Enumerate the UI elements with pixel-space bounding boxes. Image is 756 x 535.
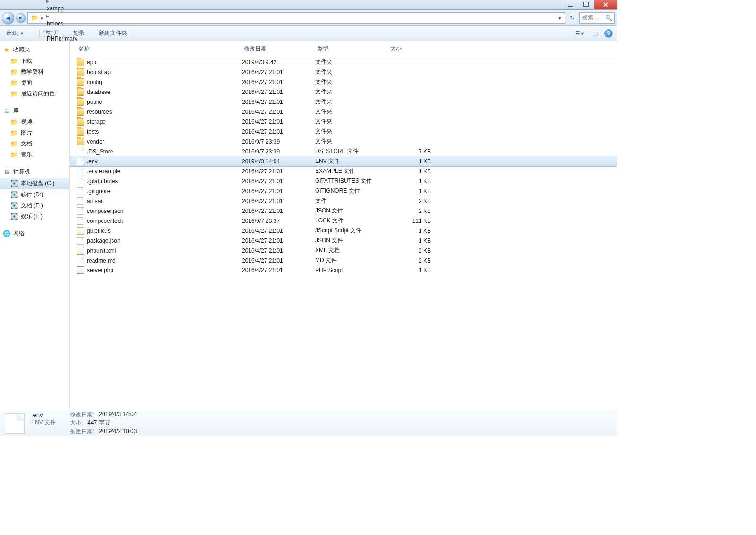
- sidebar-item-label: 下载: [21, 57, 32, 65]
- breadcrumb-separator: ▸: [46, 0, 50, 4]
- file-date: 2016/4/27 21:01: [242, 267, 315, 273]
- sidebar-item-label: 软件 (D:): [21, 191, 43, 199]
- file-row[interactable]: public2016/4/27 21:01文件夹: [70, 97, 617, 107]
- file-row[interactable]: database2016/4/27 21:01文件夹: [70, 87, 617, 97]
- sidebar-item[interactable]: 📁教学资料: [0, 67, 69, 77]
- file-date: 2016/4/27 21:01: [242, 119, 315, 125]
- sidebar-item[interactable]: 📁下载: [0, 56, 69, 67]
- nav-forward-button[interactable]: ►: [16, 13, 26, 23]
- file-row[interactable]: tests2016/4/27 21:01文件夹: [70, 127, 617, 136]
- col-type[interactable]: 类型: [315, 44, 388, 54]
- file-type: 文件夹: [315, 58, 388, 66]
- search-box[interactable]: 搜索 ... 🔍: [579, 12, 615, 24]
- file-row[interactable]: composer.lock2016/9/7 23:37LOCK 文件111 KB: [70, 216, 617, 226]
- file-type: 文件夹: [315, 127, 388, 136]
- navigation-pane: ★收藏夹 📁下载📁教学资料📁桌面📁最近访问的位 🗂库 📁视频📁图片📁文档📁音乐 …: [0, 41, 70, 410]
- file-date: 2019/4/3 9:42: [242, 59, 315, 66]
- column-headers[interactable]: 名称 修改日期 类型 大小: [70, 41, 617, 57]
- sidebar-item[interactable]: 📁图片: [0, 127, 69, 138]
- file-icon: [77, 207, 84, 215]
- sidebar-item-icon: 📁: [10, 58, 18, 65]
- file-row[interactable]: .env2019/4/3 14:04ENV 文件1 KB: [70, 156, 617, 166]
- file-row[interactable]: .DS_Store2016/9/7 23:39DS_STORE 文件7 KB: [70, 146, 617, 156]
- file-row[interactable]: bootstrap2016/4/27 21:01文件夹: [70, 67, 617, 77]
- window-minimize-button[interactable]: [562, 0, 578, 9]
- details-modified-label: 修改日期:: [70, 411, 96, 419]
- file-date: 2016/9/7 23:37: [242, 218, 315, 224]
- sidebar-item[interactable]: 📁视频: [0, 117, 69, 127]
- col-size[interactable]: 大小: [388, 44, 436, 54]
- network-header[interactable]: 🌐网络: [0, 228, 69, 239]
- file-size: 111 KB: [388, 218, 436, 224]
- file-icon: [77, 148, 84, 155]
- sidebar-item[interactable]: 💽娱乐 (F:): [0, 211, 69, 222]
- file-row[interactable]: config2016/4/27 21:01文件夹: [70, 77, 617, 87]
- sidebar-item[interactable]: 💽文档 (E:): [0, 200, 69, 211]
- window-close-button[interactable]: ✕: [594, 0, 617, 9]
- help-button[interactable]: ?: [604, 29, 613, 38]
- col-name[interactable]: 名称: [77, 44, 242, 54]
- file-icon: [77, 197, 84, 205]
- file-row[interactable]: gulpfile.js2016/4/27 21:01JScript Script…: [70, 226, 617, 236]
- file-size: 1 KB: [388, 158, 436, 165]
- sidebar-item-icon: 💽: [10, 202, 18, 210]
- file-row[interactable]: vendor2016/9/7 23:39文件夹: [70, 136, 617, 146]
- address-dropdown-icon[interactable]: ▾: [556, 15, 564, 21]
- file-row[interactable]: resources2016/4/27 21:01文件夹: [70, 107, 617, 117]
- sidebar-item[interactable]: 📁音乐: [0, 149, 69, 160]
- file-row[interactable]: readme.md2016/4/27 21:01MD 文件2 KB: [70, 255, 617, 265]
- window-titlebar: ✕: [0, 0, 617, 10]
- file-row[interactable]: .env.example2016/4/27 21:01EXAMPLE 文件1 K…: [70, 166, 617, 176]
- file-date: 2016/4/27 21:01: [242, 257, 315, 264]
- file-type: GITIGNORE 文件: [315, 187, 388, 195]
- favorites-header[interactable]: ★收藏夹: [0, 44, 69, 56]
- breadcrumb-segment[interactable]: htdocs: [46, 19, 81, 28]
- file-size: 2 KB: [388, 257, 436, 264]
- open-icon: 📄: [38, 30, 46, 37]
- file-row[interactable]: .gitattributes2016/4/27 21:01GITATTRIBUT…: [70, 176, 617, 186]
- file-icon: [77, 237, 84, 245]
- details-pane: .env ENV 文件 修改日期:2019/4/3 14:04 大小:447 字…: [0, 410, 617, 436]
- computer-header[interactable]: 🖥计算机: [0, 166, 69, 178]
- file-row[interactable]: storage2016/4/27 21:01文件夹: [70, 117, 617, 127]
- sidebar-item[interactable]: 💽软件 (D:): [0, 189, 69, 200]
- address-bar[interactable]: 📁 ▸ 计算机▸本地磁盘 (C:)▸xampp▸htdocs▸PHPprimar…: [27, 12, 565, 24]
- view-options-button[interactable]: ☰ ▼: [574, 28, 585, 39]
- sidebar-item[interactable]: 📁文档: [0, 138, 69, 149]
- computer-label: 计算机: [13, 168, 30, 176]
- sidebar-item[interactable]: 📁桌面: [0, 77, 69, 88]
- file-row[interactable]: .gitignore2016/4/27 21:01GITIGNORE 文件1 K…: [70, 186, 617, 196]
- sidebar-item[interactable]: 📁最近访问的位: [0, 88, 69, 99]
- file-date: 2016/4/27 21:01: [242, 128, 315, 135]
- file-type: LOCK 文件: [315, 217, 388, 225]
- file-name: .env: [87, 158, 98, 165]
- file-row[interactable]: phpunit.xml2016/4/27 21:01XML 文档2 KB: [70, 246, 617, 255]
- file-date: 2016/4/27 21:01: [242, 109, 315, 115]
- window-maximize-button[interactable]: [578, 0, 594, 9]
- file-name: storage: [87, 119, 106, 125]
- folder-icon: [77, 78, 84, 86]
- burn-button[interactable]: 刻录: [70, 28, 87, 38]
- new-folder-button[interactable]: 新建文件夹: [96, 28, 130, 38]
- file-row[interactable]: composer.json2016/4/27 21:01JSON 文件2 KB: [70, 206, 617, 216]
- preview-pane-button[interactable]: ◫: [589, 28, 601, 39]
- file-row[interactable]: server.php2016/4/27 21:01PHP Script1 KB: [70, 265, 617, 275]
- breadcrumb-segment[interactable]: xampp: [46, 4, 81, 13]
- file-icon: [77, 227, 84, 235]
- refresh-button[interactable]: ↻: [567, 13, 577, 23]
- file-size: 1 KB: [388, 178, 436, 185]
- network-icon: 🌐: [3, 230, 10, 238]
- file-row[interactable]: package.json2016/4/27 21:01JSON 文件1 KB: [70, 236, 617, 246]
- organize-button[interactable]: 组织▼: [4, 28, 27, 38]
- libraries-header[interactable]: 🗂库: [0, 105, 69, 117]
- network-label: 网络: [13, 229, 25, 238]
- nav-back-button[interactable]: ◄: [2, 12, 14, 24]
- open-button[interactable]: 📄打开: [35, 28, 62, 38]
- col-modified[interactable]: 修改日期: [242, 44, 315, 54]
- file-size: 7 KB: [388, 148, 436, 155]
- file-row[interactable]: artisan2016/4/27 21:01文件2 KB: [70, 196, 617, 206]
- file-row[interactable]: app2019/4/3 9:42文件夹: [70, 57, 617, 67]
- sidebar-item-icon: 📁: [10, 140, 18, 148]
- sidebar-item-label: 教学资料: [21, 68, 43, 76]
- sidebar-item[interactable]: 💽本地磁盘 (C:): [0, 178, 69, 189]
